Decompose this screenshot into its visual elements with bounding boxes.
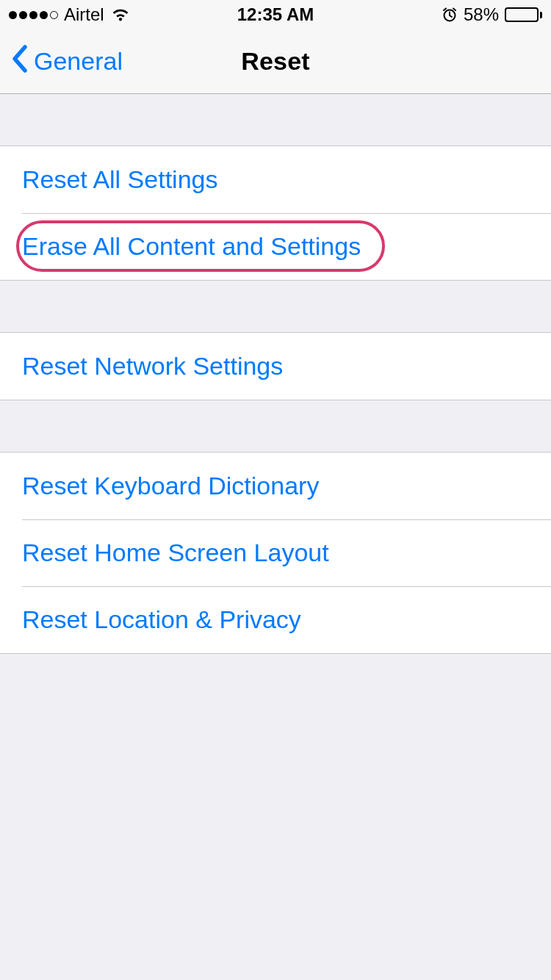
section-gap bbox=[0, 94, 551, 145]
nav-bar: General Reset bbox=[0, 29, 551, 94]
row-label: Reset Keyboard Dictionary bbox=[22, 472, 319, 500]
carrier-label: Airtel bbox=[64, 4, 104, 25]
section-2: Reset Network Settings bbox=[0, 332, 551, 400]
signal-strength-icon bbox=[9, 11, 58, 19]
section-gap bbox=[0, 400, 551, 452]
row-label: Reset Home Screen Layout bbox=[22, 538, 329, 567]
row-label: Erase All Content and Settings bbox=[22, 232, 361, 261]
section-3: Reset Keyboard Dictionary Reset Home Scr… bbox=[0, 452, 551, 654]
status-bar: Airtel 12:35 AM 58% bbox=[0, 0, 551, 29]
reset-location-privacy-row[interactable]: Reset Location & Privacy bbox=[0, 586, 551, 653]
battery-percent-label: 58% bbox=[464, 4, 499, 25]
back-label: General bbox=[34, 47, 123, 76]
status-bar-left: Airtel bbox=[9, 4, 131, 25]
wifi-icon bbox=[110, 7, 131, 23]
row-label: Reset Network Settings bbox=[22, 352, 283, 381]
reset-all-settings-row[interactable]: Reset All Settings bbox=[0, 146, 551, 213]
reset-keyboard-dictionary-row[interactable]: Reset Keyboard Dictionary bbox=[0, 453, 551, 519]
battery-icon bbox=[505, 7, 542, 22]
row-label: Reset All Settings bbox=[22, 165, 217, 194]
reset-network-settings-row[interactable]: Reset Network Settings bbox=[0, 333, 551, 400]
erase-all-content-row[interactable]: Erase All Content and Settings bbox=[0, 213, 551, 280]
status-bar-time: 12:35 AM bbox=[237, 4, 314, 25]
page-title: Reset bbox=[241, 47, 310, 76]
section-1: Reset All Settings Erase All Content and… bbox=[0, 145, 551, 281]
section-gap bbox=[0, 281, 551, 332]
alarm-icon bbox=[442, 7, 458, 23]
status-bar-right: 58% bbox=[442, 4, 542, 25]
back-button[interactable]: General bbox=[6, 44, 123, 79]
reset-home-screen-layout-row[interactable]: Reset Home Screen Layout bbox=[0, 519, 551, 586]
chevron-left-icon bbox=[12, 44, 29, 79]
row-label: Reset Location & Privacy bbox=[22, 605, 301, 634]
